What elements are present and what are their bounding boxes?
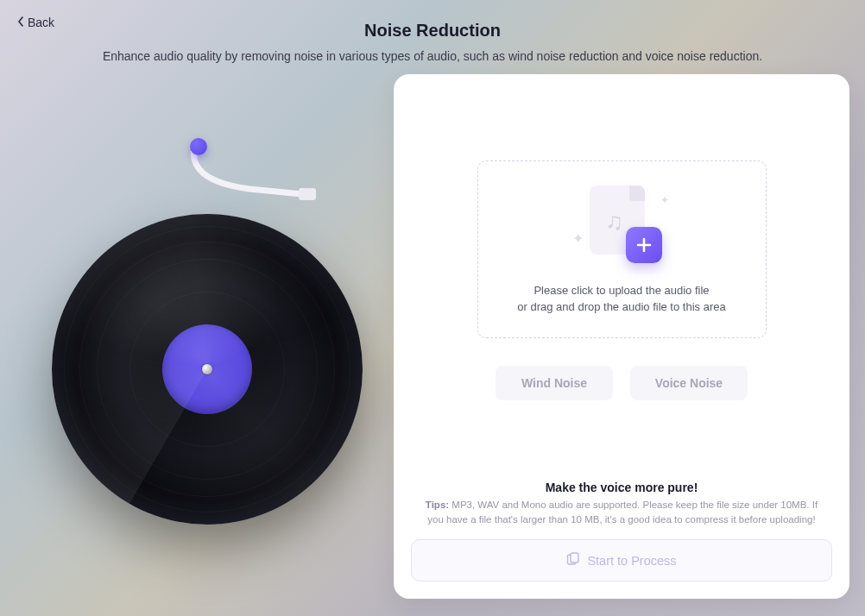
upload-illustration: ♫ ✦ ✦ (574, 184, 669, 270)
page-title: Noise Reduction (0, 21, 865, 41)
vinyl-illustration (52, 214, 363, 525)
vinyl-disc-icon (52, 214, 363, 525)
music-note-icon: ♫ (605, 208, 623, 236)
add-file-icon (626, 227, 662, 263)
tonearm-pivot-icon (190, 138, 207, 155)
tips-text: Tips: MP3, WAV and Mono audio are suppor… (416, 498, 827, 528)
process-icon (566, 552, 580, 569)
start-process-button[interactable]: Start to Process (411, 539, 832, 581)
process-label: Start to Process (587, 554, 676, 568)
sparkle-icon: ✦ (572, 230, 584, 247)
tips-body: MP3, WAV and Mono audio are supported. P… (427, 500, 818, 525)
page-subtitle: Enhance audio quality by removing noise … (0, 49, 865, 63)
tips-label: Tips: (426, 500, 449, 510)
svg-rect-2 (571, 553, 578, 563)
page-header: Noise Reduction Enhance audio quality by… (0, 21, 865, 63)
noise-mode-group: Wind Noise Voice Noise (411, 366, 832, 400)
main-panel: ♫ ✦ ✦ Please click to upload the audio f… (394, 74, 849, 599)
upload-dropzone[interactable]: ♫ ✦ ✦ Please click to upload the audio f… (477, 160, 767, 338)
upload-line-1: Please click to upload the audio file (517, 282, 725, 299)
upload-line-2: or drag and drop the audio file to this … (517, 299, 725, 316)
tips-heading: Make the voice more pure! (416, 481, 827, 494)
upload-instructions: Please click to upload the audio file or… (517, 282, 725, 316)
svg-rect-0 (299, 188, 316, 200)
sparkle-icon: ✦ (660, 194, 669, 206)
wind-noise-button[interactable]: Wind Noise (496, 366, 613, 400)
tips-block: Make the voice more pure! Tips: MP3, WAV… (411, 481, 832, 540)
voice-noise-button[interactable]: Voice Noise (630, 366, 748, 400)
